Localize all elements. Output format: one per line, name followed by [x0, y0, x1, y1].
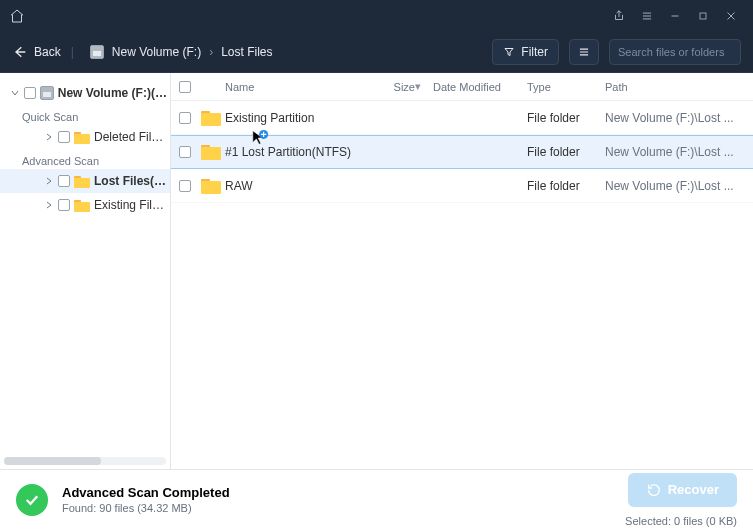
folder-icon: [201, 178, 221, 194]
cell-path: New Volume (F:)\Lost ...: [605, 145, 745, 159]
search-input[interactable]: [618, 46, 753, 58]
sidebar: New Volume (F:)(90) Quick Scan Deleted F…: [0, 73, 171, 469]
drive-icon: [40, 86, 54, 100]
drive-icon: [90, 45, 104, 59]
checkbox[interactable]: [179, 112, 191, 124]
back-button[interactable]: Back: [12, 44, 61, 60]
chevron-down-icon[interactable]: [10, 88, 20, 98]
chevron-right-icon[interactable]: [44, 132, 54, 142]
folder-icon: [201, 110, 221, 126]
sidebar-hscrollbar[interactable]: [4, 457, 166, 465]
checkbox[interactable]: [179, 146, 191, 158]
list-item[interactable]: #1 Lost Partition(NTFS) File folder New …: [171, 135, 753, 169]
col-size[interactable]: Size: [365, 81, 415, 93]
cell-type: File folder: [527, 111, 605, 125]
svg-rect-0: [700, 13, 706, 19]
footer: Advanced Scan Completed Found: 90 files …: [0, 469, 753, 529]
close-button[interactable]: [717, 0, 745, 31]
checkbox-all[interactable]: [179, 81, 191, 93]
sidebar-item-lostfiles[interactable]: Lost Files(54): [0, 169, 170, 193]
cell-name: Existing Partition: [225, 111, 365, 125]
col-path[interactable]: Path: [605, 81, 745, 93]
checkbox[interactable]: [58, 131, 70, 143]
list-item[interactable]: Existing Partition File folder New Volum…: [171, 101, 753, 135]
sidebar-section-advancedscan: Advanced Scan: [0, 155, 170, 167]
cell-name: RAW: [225, 179, 365, 193]
folder-icon: [74, 199, 90, 212]
view-toggle-button[interactable]: [569, 39, 599, 65]
recover-label: Recover: [668, 482, 719, 497]
cell-path: New Volume (F:)\Lost ...: [605, 111, 745, 125]
checkbox[interactable]: [58, 175, 70, 187]
sidebar-item-deleted[interactable]: Deleted Files...: [0, 125, 170, 149]
sidebar-root[interactable]: New Volume (F:)(90): [0, 81, 170, 105]
maximize-button[interactable]: [689, 0, 717, 31]
checkbox[interactable]: [24, 87, 36, 99]
checkbox[interactable]: [179, 180, 191, 192]
selected-info: Selected: 0 files (0 KB): [625, 515, 737, 527]
chevron-right-icon: ›: [209, 45, 213, 59]
breadcrumb: New Volume (F:) › Lost Files: [90, 45, 273, 59]
filter-button[interactable]: Filter: [492, 39, 559, 65]
list-header: Name Size ▾ Date Modified Type Path: [171, 73, 753, 101]
share-icon[interactable]: [605, 0, 633, 31]
folder-icon: [74, 175, 90, 188]
search-box[interactable]: [609, 39, 741, 65]
folder-icon: [201, 144, 221, 160]
checkbox[interactable]: [58, 199, 70, 211]
cell-name: #1 Lost Partition(NTFS): [225, 145, 365, 159]
col-type[interactable]: Type: [527, 81, 605, 93]
folder-icon: [74, 131, 90, 144]
chevron-right-icon[interactable]: [44, 200, 54, 210]
filter-label: Filter: [521, 45, 548, 59]
titlebar: [0, 0, 753, 31]
sort-indicator-icon: ▾: [415, 80, 433, 93]
sidebar-root-label: New Volume (F:)(90): [58, 86, 170, 100]
chevron-right-icon[interactable]: [44, 176, 54, 186]
cell-path: New Volume (F:)\Lost ...: [605, 179, 745, 193]
col-date[interactable]: Date Modified: [433, 81, 527, 93]
cell-type: File folder: [527, 145, 605, 159]
breadcrumb-drive[interactable]: New Volume (F:): [112, 45, 201, 59]
sidebar-item-label: Existing Files...: [94, 198, 170, 212]
home-icon[interactable]: [8, 7, 26, 25]
back-label: Back: [34, 45, 61, 59]
file-list: Name Size ▾ Date Modified Type Path Exis…: [171, 73, 753, 469]
sidebar-item-label: Deleted Files...: [94, 130, 170, 144]
breadcrumb-lostfiles[interactable]: Lost Files: [221, 45, 272, 59]
status-subtitle: Found: 90 files (34.32 MB): [62, 502, 230, 514]
menu-icon[interactable]: [633, 0, 661, 31]
sidebar-item-label: Lost Files(54): [94, 174, 170, 188]
toolbar: Back | New Volume (F:) › Lost Files Filt…: [0, 31, 753, 73]
sidebar-item-existing[interactable]: Existing Files...: [0, 193, 170, 217]
sidebar-section-quickscan: Quick Scan: [0, 111, 170, 123]
cell-type: File folder: [527, 179, 605, 193]
minimize-button[interactable]: [661, 0, 689, 31]
status-title: Advanced Scan Completed: [62, 485, 230, 500]
recover-button[interactable]: Recover: [628, 473, 737, 507]
status-success-icon: [16, 484, 48, 516]
list-item[interactable]: RAW File folder New Volume (F:)\Lost ...: [171, 169, 753, 203]
col-name[interactable]: Name: [225, 81, 365, 93]
